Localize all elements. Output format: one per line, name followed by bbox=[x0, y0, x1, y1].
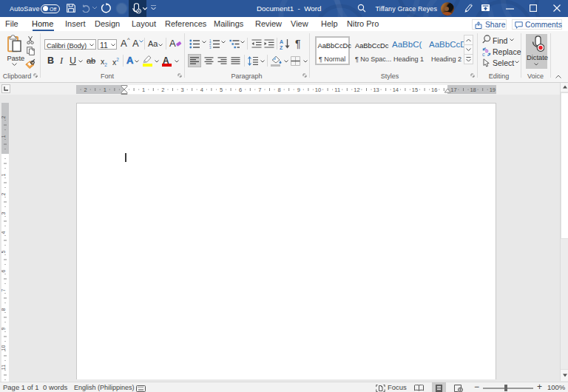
svg-text:b: b bbox=[485, 48, 488, 53]
svg-text:2: 2 bbox=[1, 115, 6, 118]
svg-text:5: 5 bbox=[1, 250, 6, 253]
svg-text:3: 3 bbox=[1, 212, 6, 214]
svg-text:A: A bbox=[280, 39, 283, 44]
svg-text:1: 1 bbox=[1, 135, 6, 138]
svg-text:5: 5 bbox=[220, 87, 223, 93]
svg-text:19: 19 bbox=[490, 87, 496, 93]
svg-text:1: 1 bbox=[142, 87, 145, 93]
svg-text:2: 2 bbox=[161, 87, 164, 93]
svg-text:10: 10 bbox=[1, 345, 6, 351]
svg-text:Z: Z bbox=[280, 45, 283, 50]
svg-text:6: 6 bbox=[239, 87, 242, 93]
svg-text:8: 8 bbox=[1, 308, 6, 311]
svg-text:4: 4 bbox=[200, 87, 203, 93]
svg-text:10: 10 bbox=[315, 87, 321, 93]
svg-text:9: 9 bbox=[1, 327, 6, 330]
svg-text:3: 3 bbox=[209, 46, 212, 50]
svg-text:2: 2 bbox=[1, 192, 6, 195]
svg-text:12: 12 bbox=[354, 87, 359, 93]
svg-text:9: 9 bbox=[297, 87, 300, 93]
svg-text:16: 16 bbox=[431, 87, 437, 93]
svg-text:3: 3 bbox=[181, 87, 184, 93]
svg-text:18: 18 bbox=[470, 87, 476, 93]
svg-text:11: 11 bbox=[334, 87, 340, 93]
svg-text:1: 1 bbox=[1, 173, 6, 176]
svg-text:11: 11 bbox=[1, 365, 6, 370]
svg-text:4: 4 bbox=[1, 231, 6, 234]
svg-text:14: 14 bbox=[393, 87, 399, 93]
svg-text:6: 6 bbox=[1, 269, 6, 272]
svg-text:1: 1 bbox=[104, 87, 106, 93]
svg-text:7: 7 bbox=[258, 87, 261, 93]
svg-text:7: 7 bbox=[1, 288, 6, 291]
svg-text:2: 2 bbox=[84, 87, 87, 93]
svg-text:15: 15 bbox=[412, 87, 418, 93]
svg-text:c: c bbox=[482, 52, 485, 57]
svg-text:13: 13 bbox=[373, 87, 379, 93]
svg-text:17: 17 bbox=[450, 87, 456, 93]
svg-text:8: 8 bbox=[278, 87, 281, 93]
